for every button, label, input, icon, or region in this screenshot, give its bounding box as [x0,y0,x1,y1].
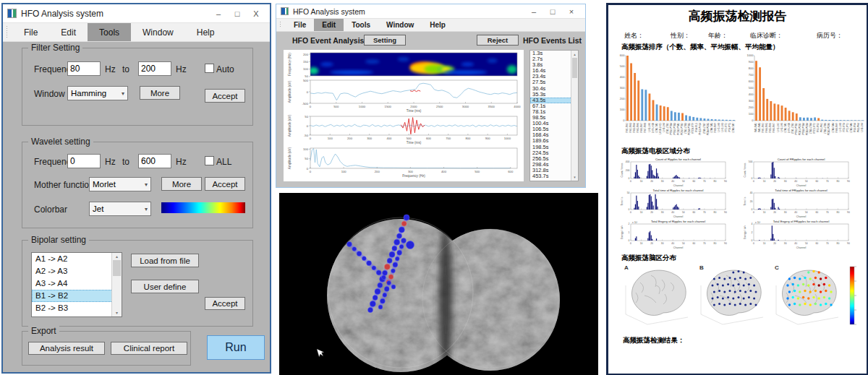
patient-info-field: 临床诊断： [750,31,783,40]
svg-text:40: 40 [671,211,674,214]
svg-text:PH1-PH2: PH1-PH2 [820,123,823,132]
minimize-button[interactable]: – [209,9,228,18]
rank-chart-rank_right: 01002003004005006007008009001000RA1-RA2R… [743,51,867,144]
filter-freq-to-input[interactable] [138,61,171,76]
filter-accept-button[interactable]: Accept [205,89,245,103]
scroll-down-icon[interactable]: ▾ [112,309,122,316]
maximize-button[interactable]: □ [228,9,247,18]
menu-item-edit[interactable]: Edit [314,19,344,31]
chevron-down-icon: ▾ [145,206,148,212]
svg-text:Frequency (Hz): Frequency (Hz) [288,53,292,76]
list-scrollbar[interactable]: ▴▾ [571,51,578,181]
menu-item-file[interactable]: File [12,23,49,41]
heading-detection-result: 高频振荡检测结果： [623,336,685,345]
bipolar-channel-item[interactable]: B2 -> B3 [32,302,122,314]
scroll-thumb[interactable] [113,260,121,276]
window-title: HFO Analysis system [293,7,524,16]
svg-text:100: 100 [749,112,754,116]
window-label: Window [34,89,65,99]
brain-3d-view[interactable] [279,193,598,375]
wavelet-accept-button[interactable]: Accept [205,177,245,191]
menu-item-edit[interactable]: Edit [49,23,88,41]
scroll-up-icon[interactable]: ▴ [112,253,122,260]
hfo-events-list: ▴▾ 1.3s2.7s3.8s16.4s23.4s27.5s30.4s35.3s… [529,50,579,181]
colorbar-label: Colorbar [34,204,67,215]
svg-text:500: 500 [407,137,412,140]
svg-text:90: 90 [847,180,850,183]
svg-text:0: 0 [310,105,312,108]
svg-text:RH2-RH3: RH2-RH3 [629,123,632,133]
svg-text:200: 200 [620,97,625,100]
bipolar-accept-button[interactable]: Accept [205,297,245,310]
svg-text:50: 50 [805,180,808,183]
svg-text:LH9-LH10: LH9-LH10 [652,123,655,133]
auto-label: Auto [216,64,234,74]
wavelet-more-button[interactable]: More [161,177,202,191]
svg-text:LTB1-LTB2: LTB1-LTB2 [791,123,794,134]
svg-text:LH2-LH3: LH2-LH3 [721,123,724,132]
svg-text:RS3-RS4: RS3-RS4 [854,123,856,132]
svg-text:PCB4-PCB5: PCB4-PCB5 [707,123,710,135]
svg-text:500: 500 [749,160,753,163]
auto-checkbox[interactable] [205,64,214,73]
svg-text:Channel: Channel [796,215,807,218]
menu-item-tools[interactable]: Tools [344,19,378,31]
svg-text:90: 90 [724,211,727,214]
close-button[interactable]: X [247,9,265,18]
colorbar-combo[interactable]: Jet▾ [89,202,151,216]
svg-text:2: 2 [629,223,630,225]
svg-text:x 10⁷: x 10⁷ [632,221,638,224]
clinical-report-button[interactable]: Clinical report [111,342,187,355]
window-combo[interactable]: Hamming▾ [67,86,128,100]
scroll-up-icon[interactable]: ▴ [571,51,578,58]
svg-text:100: 100 [620,108,625,111]
app-icon [281,7,289,15]
svg-text:900: 900 [749,60,754,64]
run-button[interactable]: Run [207,335,265,360]
wavelet-freq-to-input[interactable] [138,154,171,168]
bipolar-channel-item[interactable]: A1 -> A2 [32,253,122,265]
load-from-file-button[interactable]: Load from file [131,254,199,267]
filter-freq-from-input[interactable] [67,61,101,76]
svg-text:60: 60 [815,211,818,214]
svg-text:Channel: Channel [796,246,807,249]
svg-text:0: 0 [307,167,309,171]
all-checkbox[interactable] [205,156,214,165]
wavelet-freq-from-input[interactable] [67,154,101,168]
export-label: Export [28,326,59,336]
menu-item-file[interactable]: File [286,19,314,31]
minimize-button[interactable]: – [524,7,543,16]
close-button[interactable]: × [562,7,581,16]
to-label: to [122,64,129,74]
menu-item-window[interactable]: Window [378,19,422,31]
reject-button[interactable]: Reject [477,35,519,46]
user-define-button[interactable]: User define [131,280,199,293]
bipolar-channel-item[interactable]: B1 -> B2 [32,290,122,302]
svg-text:PTB3-PTB4: PTB3-PTB4 [802,123,805,135]
svg-text:LH1-LH2: LH1-LH2 [777,123,780,132]
mother-function-combo[interactable]: Morlet▾ [89,177,151,191]
mini-hist-time_ripples: Total time of Ripples for each channel05… [620,188,730,220]
setting-button[interactable]: Setting [364,35,406,46]
svg-text:PH13-PH14: PH13-PH14 [699,123,702,135]
svg-text:LTB8-LTB7: LTB8-LTB7 [703,123,706,134]
svg-text:90: 90 [847,211,850,214]
menu-item-window[interactable]: Window [131,23,185,41]
filter-more-button[interactable]: More [140,86,180,100]
svg-text:Amplitude (uV): Amplitude (uV) [288,147,292,169]
svg-text:LTA1-TA2: LTA1-TA2 [655,123,658,133]
bipolar-channel-item[interactable]: A3 -> A4 [32,277,122,290]
scroll-thumb[interactable] [572,58,577,78]
analysis-result-button[interactable]: Analysis result [28,342,105,355]
svg-text:1500: 1500 [385,105,392,108]
report-title: 高频振荡检测报告 [608,8,867,25]
scroll-down-icon[interactable]: ▾ [571,173,578,181]
menu-item-help[interactable]: Help [185,23,226,41]
bipolar-channel-item[interactable]: A2 -> A3 [32,265,122,277]
menu-item-tools[interactable]: Tools [88,23,131,41]
menu-item-help[interactable]: Help [422,19,454,31]
list-scrollbar[interactable]: ▴▾ [111,253,122,316]
maximize-button[interactable]: □ [543,7,562,16]
svg-text:Total Engery of Ripples for ea: Total Engery of Ripples for each channel [651,220,705,223]
svg-text:600: 600 [749,79,754,83]
